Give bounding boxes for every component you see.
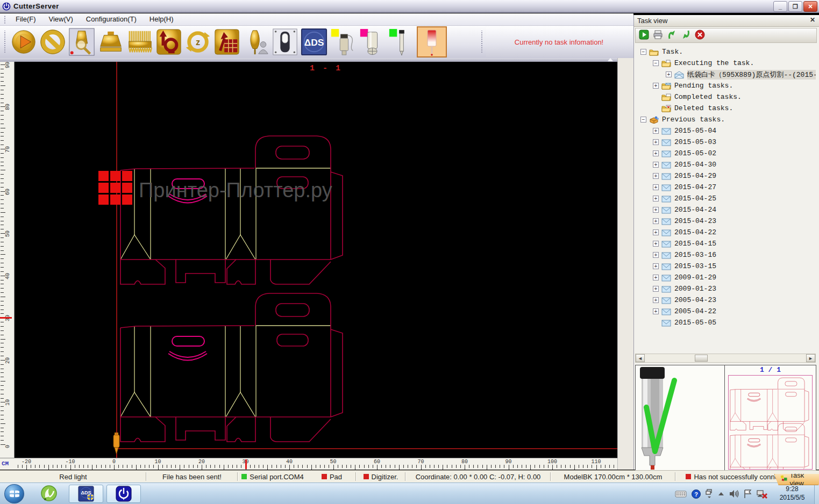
- plus-expander-icon[interactable]: +: [666, 71, 672, 77]
- tree-item-pending-tasks-[interactable]: +Pending tasks.: [635, 80, 816, 91]
- plus-expander-icon[interactable]: +: [653, 128, 659, 134]
- plus-expander-icon[interactable]: +: [653, 229, 659, 235]
- menu-help[interactable]: Help(H): [143, 14, 180, 25]
- power-switch-button[interactable]: [270, 27, 300, 57]
- start-button[interactable]: [4, 484, 24, 503]
- zoom-button[interactable]: [67, 27, 96, 57]
- minus-expander-icon[interactable]: −: [640, 117, 646, 123]
- action-flag-tray-icon[interactable]: [744, 489, 752, 499]
- tree-item--595x889-2015-[interactable]: +纸袋白卡（595X889)原点切割--(2015-: [635, 69, 816, 80]
- minimize-button[interactable]: _: [773, 1, 787, 12]
- delete-task-button[interactable]: [695, 30, 705, 42]
- plus-expander-icon[interactable]: +: [653, 150, 659, 156]
- plus-expander-icon[interactable]: +: [653, 83, 659, 89]
- origin-move-button[interactable]: [154, 27, 183, 57]
- restore-button[interactable]: ❐: [788, 1, 802, 12]
- menu-view[interactable]: View(V): [42, 14, 80, 25]
- scroll-thumb[interactable]: [695, 355, 708, 362]
- tree-item-deleted-tasks-[interactable]: +Deleted tasks.: [635, 103, 816, 114]
- plus-expander-icon[interactable]: +: [653, 286, 659, 292]
- run-task-button[interactable]: [639, 30, 649, 42]
- status-text: File has been sent!: [162, 473, 222, 481]
- tree-item-date[interactable]: +2009-01-23: [635, 283, 816, 294]
- paper-feed-button[interactable]: [96, 27, 125, 57]
- help-tray-icon[interactable]: ?: [692, 489, 701, 499]
- tree-horizontal-scrollbar[interactable]: ◄ ►: [635, 354, 816, 363]
- plus-expander-icon[interactable]: +: [653, 196, 659, 201]
- tree-item-date[interactable]: +2015-04-25: [635, 193, 816, 204]
- plus-expander-icon[interactable]: +: [653, 162, 659, 168]
- panel-splitter[interactable]: [617, 58, 633, 470]
- plus-expander-icon[interactable]: +: [653, 263, 659, 269]
- tree-item-date[interactable]: +2015-04-23: [635, 215, 816, 227]
- plus-expander-icon[interactable]: +: [653, 297, 659, 303]
- menu-file[interactable]: File(F): [9, 14, 42, 25]
- status-text: Pad: [330, 473, 342, 481]
- scroll-left-button[interactable]: ◄: [636, 354, 645, 362]
- plus-expander-icon[interactable]: +: [653, 139, 659, 145]
- tree-item-date[interactable]: +2015-05-02: [635, 148, 816, 159]
- plus-expander-icon[interactable]: +: [653, 241, 659, 247]
- tool-yellow-button[interactable]: [329, 27, 358, 57]
- tree-item-date[interactable]: +2015-04-15: [635, 238, 816, 249]
- ruler-position-marker: [0, 317, 12, 319]
- network-error-tray-icon[interactable]: [757, 489, 767, 499]
- menu-configuration[interactable]: Configuration(T): [80, 14, 143, 25]
- tree-item-date[interactable]: +2015-03-15: [635, 261, 816, 272]
- taskbar-cutterserver-button[interactable]: [106, 485, 141, 503]
- tool-green-button[interactable]: [387, 27, 416, 57]
- minus-expander-icon[interactable]: −: [640, 49, 646, 55]
- tool-active-button[interactable]: [416, 27, 448, 57]
- keyboard-tray-icon[interactable]: [675, 490, 687, 498]
- plus-expander-icon[interactable]: +: [653, 275, 659, 280]
- plus-expander-icon[interactable]: +: [653, 173, 659, 179]
- tree-item-date[interactable]: +2005-04-23: [635, 294, 816, 306]
- hidden-icons-tray-icon[interactable]: [718, 492, 724, 496]
- scroll-right-button[interactable]: ►: [806, 354, 815, 362]
- tree-item-date[interactable]: +2009-01-29: [635, 272, 816, 283]
- plus-expander-icon[interactable]: +: [653, 308, 659, 314]
- drawing-canvas[interactable]: 1 - 1 Принтер-Плоттер.ру: [15, 62, 617, 458]
- tree-item-date[interactable]: +2015-05-03: [635, 136, 816, 148]
- ads-button[interactable]: ΔDS: [300, 27, 329, 57]
- tab-task-view[interactable]: Task view: [774, 474, 819, 485]
- tree-item-date[interactable]: +2005-04-22: [635, 306, 816, 317]
- taskbar-clock[interactable]: 9:28 2015/5/5: [773, 485, 811, 502]
- close-button[interactable]: ✕: [803, 1, 817, 12]
- tree-item-executing-the-task-[interactable]: −Executing the task.: [635, 57, 816, 69]
- taskbar-coreldraw-icon[interactable]: [38, 485, 60, 503]
- plus-expander-icon[interactable]: +: [653, 218, 659, 224]
- volume-tray-icon[interactable]: [729, 489, 739, 498]
- plus-expander-icon[interactable]: +: [653, 207, 659, 213]
- tree-item-date[interactable]: +2015-04-27: [635, 182, 816, 193]
- tree-item-task-[interactable]: −Task.: [635, 46, 816, 57]
- tree-item-date[interactable]: +2015-04-24: [635, 204, 816, 215]
- grid-move-button[interactable]: [212, 27, 241, 57]
- comb-button[interactable]: [125, 27, 154, 57]
- pen-setup-button[interactable]: [241, 27, 270, 57]
- start-button[interactable]: [9, 27, 38, 57]
- status-file: File has been sent!: [146, 471, 238, 483]
- move-down-task-button[interactable]: [681, 30, 691, 42]
- plus-expander-icon[interactable]: +: [653, 184, 659, 190]
- minus-expander-icon[interactable]: −: [653, 60, 659, 66]
- canvas-top-scroll[interactable]: [0, 58, 617, 62]
- tree-item-date[interactable]: +2015-04-22: [635, 227, 816, 238]
- tree-item-previous-tasks-[interactable]: −Previous tasks.: [635, 114, 816, 125]
- stop-button[interactable]: [38, 27, 67, 57]
- window-restore-tray-icon[interactable]: [706, 489, 713, 499]
- tree-item-date[interactable]: +2015-05-04: [635, 125, 816, 136]
- panel-close-icon[interactable]: ✕: [808, 16, 817, 25]
- rotate-z-button[interactable]: z: [183, 27, 212, 57]
- print-task-button[interactable]: [653, 30, 663, 42]
- tree-item-date[interactable]: +2015-04-29: [635, 170, 816, 182]
- move-up-task-button[interactable]: [667, 30, 677, 42]
- tool-magenta-button[interactable]: [358, 27, 387, 57]
- tree-item-completed-tasks-[interactable]: +Completed tasks.: [635, 91, 816, 103]
- tree-item-date[interactable]: +2015-03-16: [635, 249, 816, 261]
- show-desktop-button[interactable]: [814, 483, 819, 504]
- tree-item-date[interactable]: +2015-04-30: [635, 159, 816, 170]
- plus-expander-icon[interactable]: +: [653, 252, 659, 258]
- taskbar-ads-button[interactable]: ΔDS: [69, 485, 103, 503]
- tree-item-date[interactable]: +2015-05-05: [635, 317, 816, 328]
